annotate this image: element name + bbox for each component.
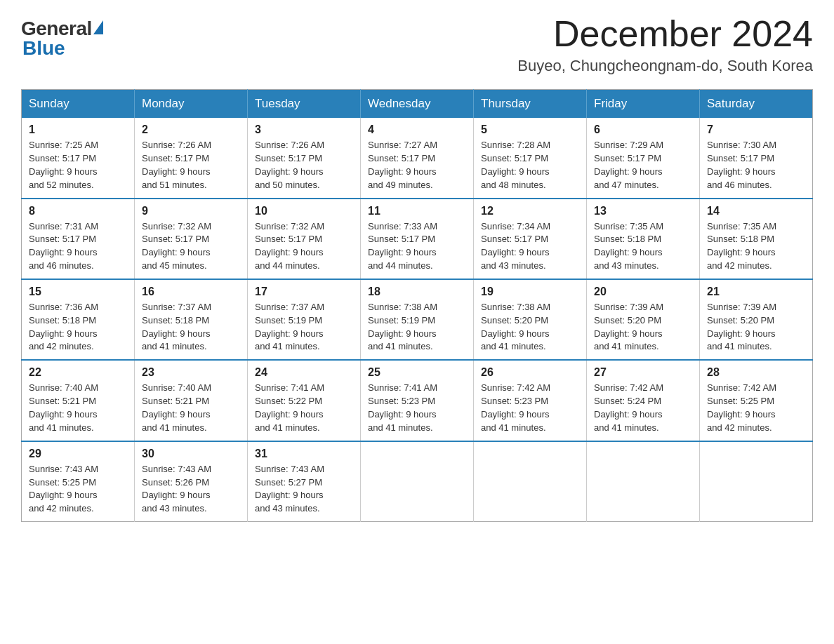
calendar-week-row: 29Sunrise: 7:43 AMSunset: 5:25 PMDayligh…	[22, 441, 813, 522]
calendar-cell: 15Sunrise: 7:36 AMSunset: 5:18 PMDayligh…	[22, 279, 135, 360]
calendar-cell: 12Sunrise: 7:34 AMSunset: 5:17 PMDayligh…	[474, 199, 587, 279]
calendar-cell: 5Sunrise: 7:28 AMSunset: 5:17 PMDaylight…	[474, 118, 587, 198]
logo: General Blue	[21, 14, 103, 60]
calendar-cell	[700, 441, 813, 522]
calendar-cell: 30Sunrise: 7:43 AMSunset: 5:26 PMDayligh…	[135, 441, 248, 522]
day-info: Sunrise: 7:43 AMSunset: 5:25 PMDaylight:…	[29, 463, 127, 516]
day-number: 15	[29, 286, 127, 298]
day-number: 6	[594, 123, 692, 136]
calendar-cell: 1Sunrise: 7:25 AMSunset: 5:17 PMDaylight…	[22, 118, 135, 198]
calendar-cell: 29Sunrise: 7:43 AMSunset: 5:25 PMDayligh…	[22, 441, 135, 522]
day-number: 5	[481, 123, 579, 136]
day-number: 27	[594, 366, 692, 379]
day-number: 13	[594, 205, 692, 217]
calendar-cell: 16Sunrise: 7:37 AMSunset: 5:18 PMDayligh…	[135, 279, 248, 360]
calendar-cell: 21Sunrise: 7:39 AMSunset: 5:20 PMDayligh…	[700, 279, 813, 360]
day-info: Sunrise: 7:32 AMSunset: 5:17 PMDaylight:…	[255, 220, 353, 273]
calendar-cell: 7Sunrise: 7:30 AMSunset: 5:17 PMDaylight…	[700, 118, 813, 198]
calendar-week-row: 15Sunrise: 7:36 AMSunset: 5:18 PMDayligh…	[22, 279, 813, 360]
logo-blue-part	[92, 24, 103, 34]
header: General Blue December 2024 Buyeo, Chungc…	[21, 14, 813, 75]
calendar-cell: 8Sunrise: 7:31 AMSunset: 5:17 PMDaylight…	[22, 199, 135, 279]
day-info: Sunrise: 7:42 AMSunset: 5:23 PMDaylight:…	[481, 382, 579, 434]
day-number: 29	[29, 448, 127, 460]
day-number: 19	[481, 286, 579, 298]
calendar-week-row: 22Sunrise: 7:40 AMSunset: 5:21 PMDayligh…	[22, 360, 813, 441]
calendar-cell: 9Sunrise: 7:32 AMSunset: 5:17 PMDaylight…	[135, 199, 248, 279]
calendar-cell: 25Sunrise: 7:41 AMSunset: 5:23 PMDayligh…	[361, 360, 474, 441]
day-number: 9	[142, 205, 240, 217]
day-number: 20	[594, 286, 692, 298]
calendar-subtitle: Buyeo, Chungcheongnam-do, South Korea	[517, 57, 813, 75]
day-number: 12	[481, 205, 579, 217]
calendar-cell: 17Sunrise: 7:37 AMSunset: 5:19 PMDayligh…	[248, 279, 361, 360]
calendar-week-row: 8Sunrise: 7:31 AMSunset: 5:17 PMDaylight…	[22, 199, 813, 279]
calendar-cell: 6Sunrise: 7:29 AMSunset: 5:17 PMDaylight…	[587, 118, 700, 198]
weekday-header-monday: Monday	[135, 90, 248, 119]
day-info: Sunrise: 7:43 AMSunset: 5:26 PMDaylight:…	[142, 463, 240, 516]
weekday-header-thursday: Thursday	[474, 90, 587, 119]
day-info: Sunrise: 7:40 AMSunset: 5:21 PMDaylight:…	[29, 382, 127, 434]
calendar-cell	[587, 441, 700, 522]
day-number: 14	[707, 205, 805, 217]
calendar-cell: 20Sunrise: 7:39 AMSunset: 5:20 PMDayligh…	[587, 279, 700, 360]
calendar-cell: 13Sunrise: 7:35 AMSunset: 5:18 PMDayligh…	[587, 199, 700, 279]
calendar-cell: 14Sunrise: 7:35 AMSunset: 5:18 PMDayligh…	[700, 199, 813, 279]
calendar-cell: 2Sunrise: 7:26 AMSunset: 5:17 PMDaylight…	[135, 118, 248, 198]
day-info: Sunrise: 7:35 AMSunset: 5:18 PMDaylight:…	[594, 220, 692, 273]
day-info: Sunrise: 7:36 AMSunset: 5:18 PMDaylight:…	[29, 301, 127, 354]
day-number: 17	[255, 286, 353, 298]
day-info: Sunrise: 7:37 AMSunset: 5:19 PMDaylight:…	[255, 301, 353, 354]
calendar-cell: 31Sunrise: 7:43 AMSunset: 5:27 PMDayligh…	[248, 441, 361, 522]
day-info: Sunrise: 7:40 AMSunset: 5:21 PMDaylight:…	[142, 382, 240, 434]
day-info: Sunrise: 7:41 AMSunset: 5:23 PMDaylight:…	[368, 382, 466, 434]
day-number: 30	[142, 448, 240, 460]
calendar-cell: 22Sunrise: 7:40 AMSunset: 5:21 PMDayligh…	[22, 360, 135, 441]
day-info: Sunrise: 7:31 AMSunset: 5:17 PMDaylight:…	[29, 220, 127, 273]
day-info: Sunrise: 7:38 AMSunset: 5:20 PMDaylight:…	[481, 301, 579, 354]
calendar-cell: 11Sunrise: 7:33 AMSunset: 5:17 PMDayligh…	[361, 199, 474, 279]
day-info: Sunrise: 7:25 AMSunset: 5:17 PMDaylight:…	[29, 139, 127, 192]
day-number: 22	[29, 366, 127, 379]
day-info: Sunrise: 7:35 AMSunset: 5:18 PMDaylight:…	[707, 220, 805, 273]
day-info: Sunrise: 7:42 AMSunset: 5:24 PMDaylight:…	[594, 382, 692, 434]
calendar-week-row: 1Sunrise: 7:25 AMSunset: 5:17 PMDaylight…	[22, 118, 813, 198]
calendar-cell: 19Sunrise: 7:38 AMSunset: 5:20 PMDayligh…	[474, 279, 587, 360]
day-number: 4	[368, 123, 466, 136]
day-info: Sunrise: 7:26 AMSunset: 5:17 PMDaylight:…	[255, 139, 353, 192]
day-info: Sunrise: 7:41 AMSunset: 5:22 PMDaylight:…	[255, 382, 353, 434]
header-row: SundayMondayTuesdayWednesdayThursdayFrid…	[22, 90, 813, 119]
logo-blue-text: Blue	[22, 37, 65, 60]
calendar-cell: 26Sunrise: 7:42 AMSunset: 5:23 PMDayligh…	[474, 360, 587, 441]
day-info: Sunrise: 7:39 AMSunset: 5:20 PMDaylight:…	[594, 301, 692, 354]
day-number: 25	[368, 366, 466, 379]
day-info: Sunrise: 7:28 AMSunset: 5:17 PMDaylight:…	[481, 139, 579, 192]
day-info: Sunrise: 7:33 AMSunset: 5:17 PMDaylight:…	[368, 220, 466, 273]
weekday-header-saturday: Saturday	[700, 90, 813, 119]
day-number: 24	[255, 366, 353, 379]
day-info: Sunrise: 7:43 AMSunset: 5:27 PMDaylight:…	[255, 463, 353, 516]
day-info: Sunrise: 7:39 AMSunset: 5:20 PMDaylight:…	[707, 301, 805, 354]
day-info: Sunrise: 7:34 AMSunset: 5:17 PMDaylight:…	[481, 220, 579, 273]
day-number: 18	[368, 286, 466, 298]
day-info: Sunrise: 7:30 AMSunset: 5:17 PMDaylight:…	[707, 139, 805, 192]
day-info: Sunrise: 7:37 AMSunset: 5:18 PMDaylight:…	[142, 301, 240, 354]
calendar-cell: 4Sunrise: 7:27 AMSunset: 5:17 PMDaylight…	[361, 118, 474, 198]
day-number: 28	[707, 366, 805, 379]
calendar-cell: 28Sunrise: 7:42 AMSunset: 5:25 PMDayligh…	[700, 360, 813, 441]
day-number: 7	[707, 123, 805, 136]
weekday-header-wednesday: Wednesday	[361, 90, 474, 119]
calendar-cell: 24Sunrise: 7:41 AMSunset: 5:22 PMDayligh…	[248, 360, 361, 441]
day-info: Sunrise: 7:29 AMSunset: 5:17 PMDaylight:…	[594, 139, 692, 192]
calendar-cell: 10Sunrise: 7:32 AMSunset: 5:17 PMDayligh…	[248, 199, 361, 279]
calendar-cell	[361, 441, 474, 522]
day-number: 2	[142, 123, 240, 136]
day-info: Sunrise: 7:27 AMSunset: 5:17 PMDaylight:…	[368, 139, 466, 192]
day-number: 1	[29, 123, 127, 136]
weekday-header-friday: Friday	[587, 90, 700, 119]
day-number: 23	[142, 366, 240, 379]
weekday-header-tuesday: Tuesday	[248, 90, 361, 119]
calendar-cell: 23Sunrise: 7:40 AMSunset: 5:21 PMDayligh…	[135, 360, 248, 441]
calendar-table: SundayMondayTuesdayWednesdayThursdayFrid…	[21, 89, 813, 522]
calendar-title: December 2024	[517, 14, 813, 54]
